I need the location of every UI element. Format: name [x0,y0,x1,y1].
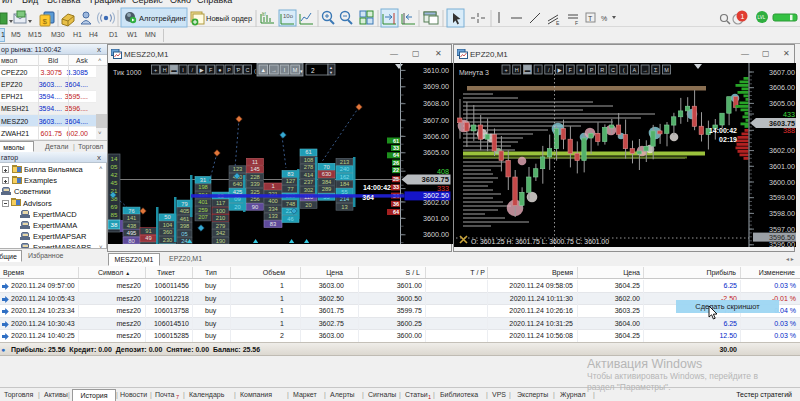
svg-text:162: 162 [340,174,350,180]
svg-text:C: C [246,67,250,73]
svg-text:●: ● [218,67,221,73]
svg-text:M: M [664,67,669,73]
svg-text:20: 20 [305,202,311,208]
svg-text:630: 630 [322,171,332,177]
svg-text:H: H [515,67,519,73]
svg-text:64: 64 [393,152,400,158]
svg-text:388: 388 [783,126,795,135]
svg-text:213: 213 [340,159,350,165]
svg-text:83: 83 [287,171,293,177]
svg-text:61: 61 [393,138,399,144]
svg-text:228: 228 [250,174,260,180]
svg-text:C: C [611,67,615,73]
svg-text:640: 640 [233,181,243,187]
svg-text:64: 64 [393,209,400,215]
svg-text:3602.00: 3602.00 [769,146,795,155]
svg-text:$: $ [43,17,48,26]
svg-text:▲: ▲ [261,67,266,73]
svg-text:83: 83 [270,221,276,227]
svg-text:→: → [271,67,277,73]
svg-text:P: P [590,67,594,73]
svg-text:104: 104 [163,222,173,228]
svg-text:237: 237 [304,179,314,185]
svg-text:80: 80 [128,238,134,244]
svg-text:90: 90 [252,204,258,210]
svg-text:(: ( [254,68,256,74]
svg-text:334: 334 [268,206,278,212]
svg-text:342: 342 [216,230,226,236]
svg-text:184: 184 [340,181,350,187]
svg-text:384: 384 [322,179,332,185]
svg-text:133: 133 [268,213,278,219]
svg-text:3600.00: 3600.00 [423,230,449,239]
svg-text:05: 05 [181,231,187,237]
svg-text:%: % [601,15,607,22]
svg-text:▬: ▬ [171,67,177,73]
svg-text:398: 398 [180,223,190,229]
svg-text:13: 13 [341,204,347,210]
svg-text:46: 46 [287,216,293,222]
svg-text:3602.00: 3602.00 [423,198,449,207]
svg-text:Ƥ: Ƥ [236,67,240,73]
svg-text:279: 279 [216,223,226,229]
svg-text:461: 461 [180,216,190,222]
svg-text:123: 123 [233,166,243,172]
svg-text:▼: ▼ [329,70,333,75]
svg-text:259: 259 [198,207,208,213]
svg-text:495: 495 [127,230,137,236]
svg-text:Σ: Σ [654,67,658,73]
svg-text:91: 91 [145,228,151,234]
svg-text:Алготрейдинг: Алготрейдинг [139,14,187,23]
svg-text:433: 433 [783,110,795,119]
svg-text:38: 38 [111,221,118,228]
svg-text:3605.00: 3605.00 [423,148,449,157]
svg-text:3607.00: 3607.00 [769,68,795,77]
svg-text:230: 230 [163,237,173,243]
svg-text:10o: 10o [283,13,294,19]
svg-text:E: E [556,20,560,26]
svg-text:LVL: LVL [758,15,766,20]
svg-text:33: 33 [393,145,399,151]
svg-text:61: 61 [305,149,311,155]
svg-text:42: 42 [111,171,118,178]
svg-text:+: + [154,67,157,73]
svg-text:2: 2 [311,67,315,74]
svg-text:3599.00: 3599.00 [769,193,795,202]
svg-text:438: 438 [127,223,137,229]
svg-text:Новый ордер: Новый ордер [206,14,252,23]
svg-text:425: 425 [233,189,243,195]
svg-text:405: 405 [180,208,190,214]
svg-text:50: 50 [164,214,170,220]
svg-text:20: 20 [234,204,240,210]
svg-text:3605.00: 3605.00 [769,99,795,108]
svg-text:3609.00: 3609.00 [423,82,449,91]
svg-text:3596.00: 3596.00 [769,240,795,247]
svg-text:3606.00: 3606.00 [769,83,795,92]
svg-text:401: 401 [198,199,208,205]
svg-text:325: 325 [250,189,260,195]
svg-text:76: 76 [128,208,134,214]
svg-text:F: F [575,20,578,26]
svg-text:289: 289 [322,186,332,192]
svg-text:364: 364 [362,194,374,201]
svg-text:3610.00: 3610.00 [423,66,449,75]
svg-text:302: 302 [304,187,314,193]
svg-text:3607.00: 3607.00 [423,116,449,125]
svg-text:127: 127 [286,178,296,184]
svg-text:T: T [588,15,593,22]
svg-text:33: 33 [393,184,399,190]
svg-text:141: 141 [127,215,137,221]
svg-text:H: H [163,67,167,73]
svg-text:3601.00: 3601.00 [769,162,795,171]
svg-text:117: 117 [216,200,225,206]
svg-text:278: 278 [304,164,314,170]
svg-text:14: 14 [111,155,118,162]
svg-text:198: 198 [198,184,208,190]
svg-text:+: + [504,67,507,73]
svg-text:P: P [227,67,231,73]
svg-text:108: 108 [304,157,314,163]
svg-text:Тик 1000: Тик 1000 [113,69,142,76]
svg-text:69: 69 [111,203,118,210]
svg-text:M: M [293,67,298,73]
svg-text:05: 05 [111,163,118,170]
